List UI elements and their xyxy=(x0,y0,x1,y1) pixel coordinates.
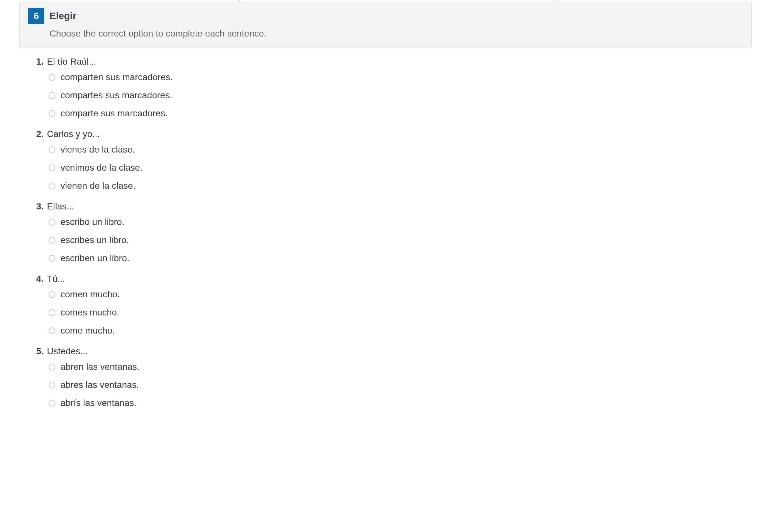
option-label: comparte sus marcadores. xyxy=(60,108,167,119)
option-row[interactable]: comes mucho. xyxy=(48,307,752,318)
option-label: comes mucho. xyxy=(60,307,119,318)
option-label: come mucho. xyxy=(60,325,115,336)
question-prompt: Tú... xyxy=(47,274,65,284)
option-row[interactable]: come mucho. xyxy=(48,325,752,336)
question-5: 5. Ustedes... abren las ventanas. abres … xyxy=(36,346,752,408)
option-label: comparten sus marcadores. xyxy=(60,72,173,82)
radio-icon[interactable] xyxy=(48,110,55,117)
option-row[interactable]: escriben un libro. xyxy=(48,253,752,263)
radio-icon[interactable] xyxy=(48,165,55,171)
question-number: 3. xyxy=(36,201,44,212)
option-row[interactable]: abres las ventanas. xyxy=(48,380,752,390)
option-label: vienen de la clase. xyxy=(60,181,135,191)
option-row[interactable]: escribes un libro. xyxy=(48,235,752,245)
radio-icon[interactable] xyxy=(48,183,55,189)
option-row[interactable]: vienes de la clase. xyxy=(48,144,752,155)
question-number: 2. xyxy=(36,129,44,139)
option-label: escribo un libro. xyxy=(60,217,124,227)
question-3: 3. Ellas... escribo un libro. escribes u… xyxy=(36,201,752,263)
option-row[interactable]: venimos de la clase. xyxy=(48,163,752,173)
option-label: abres las ventanas. xyxy=(60,380,139,390)
radio-icon[interactable] xyxy=(48,219,55,226)
question-prompt: Ellas... xyxy=(47,201,74,212)
radio-icon[interactable] xyxy=(48,327,55,334)
radio-icon[interactable] xyxy=(48,92,55,99)
radio-icon[interactable] xyxy=(48,382,55,388)
option-label: abren las ventanas. xyxy=(60,362,139,372)
option-row[interactable]: escribo un libro. xyxy=(48,217,752,227)
exercise-title: Elegir xyxy=(49,10,76,21)
question-1: 1. El tío Raúl... comparten sus marcador… xyxy=(36,57,752,119)
option-label: escribes un libro. xyxy=(60,235,129,245)
question-number: 5. xyxy=(36,346,44,356)
option-row[interactable]: abrís las ventanas. xyxy=(48,398,752,408)
radio-icon[interactable] xyxy=(48,146,55,153)
option-row[interactable]: compartes sus marcadores. xyxy=(48,90,752,101)
question-prompt: El tío Raúl... xyxy=(47,57,96,67)
tab-bar xyxy=(19,0,752,2)
radio-icon[interactable] xyxy=(48,400,55,407)
radio-icon[interactable] xyxy=(48,291,55,298)
option-label: comen mucho. xyxy=(60,289,120,300)
questions-list: 1. El tío Raúl... comparten sus marcador… xyxy=(36,57,752,408)
option-row[interactable]: comparte sus marcadores. xyxy=(48,108,752,119)
radio-icon[interactable] xyxy=(48,309,55,316)
question-number: 1. xyxy=(36,57,44,67)
option-row[interactable]: abren las ventanas. xyxy=(48,362,752,372)
exercise-header: 6 Elegir Choose the correct option to co… xyxy=(19,2,752,48)
option-label: abrís las ventanas. xyxy=(60,398,136,408)
option-row[interactable]: comen mucho. xyxy=(48,289,752,300)
option-label: escriben un libro. xyxy=(60,253,129,263)
question-prompt: Ustedes... xyxy=(47,346,88,356)
radio-icon[interactable] xyxy=(48,255,55,262)
exercise-number-badge: 6 xyxy=(28,8,44,24)
radio-icon[interactable] xyxy=(48,237,55,244)
question-4: 4. Tú... comen mucho. comes mucho. come … xyxy=(36,274,752,336)
question-number: 4. xyxy=(36,274,44,284)
question-2: 2. Carlos y yo... vienes de la clase. ve… xyxy=(36,129,752,191)
question-prompt: Carlos y yo... xyxy=(47,129,100,139)
radio-icon[interactable] xyxy=(48,364,55,370)
option-row[interactable]: vienen de la clase. xyxy=(48,181,752,191)
exercise-instructions: Choose the correct option to complete ea… xyxy=(49,28,743,39)
radio-icon[interactable] xyxy=(48,74,55,81)
option-label: compartes sus marcadores. xyxy=(60,90,172,101)
option-label: venimos de la clase. xyxy=(60,163,143,173)
option-label: vienes de la clase. xyxy=(60,144,135,155)
option-row[interactable]: comparten sus marcadores. xyxy=(48,72,752,82)
